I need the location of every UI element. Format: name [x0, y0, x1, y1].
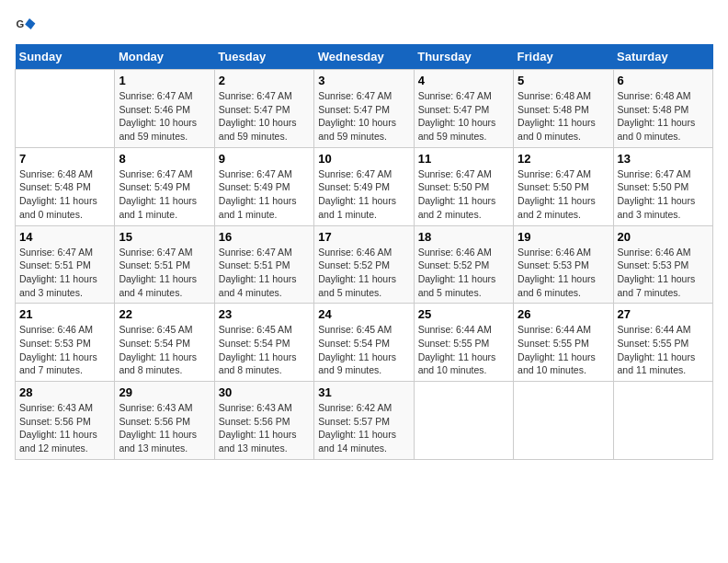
calendar-cell: 19Sunrise: 6:46 AM Sunset: 5:53 PM Dayli… [514, 225, 613, 304]
day-number: 24 [318, 307, 409, 321]
day-number: 4 [418, 74, 509, 87]
calendar-cell: 24Sunrise: 6:45 AM Sunset: 5:54 PM Dayli… [314, 304, 414, 382]
day-info: Sunrise: 6:44 AM Sunset: 5:55 PM Dayligh… [618, 323, 709, 377]
day-number: 2 [219, 74, 310, 87]
day-info: Sunrise: 6:47 AM Sunset: 5:51 PM Dayligh… [119, 246, 210, 300]
day-of-week-header: Wednesday [314, 44, 414, 70]
day-number: 6 [618, 74, 709, 87]
day-info: Sunrise: 6:42 AM Sunset: 5:57 PM Dayligh… [318, 401, 409, 455]
calendar-cell: 2Sunrise: 6:47 AM Sunset: 5:47 PM Daylig… [214, 70, 313, 148]
day-number: 7 [19, 152, 110, 166]
svg-marker-1 [25, 18, 35, 29]
day-info: Sunrise: 6:47 AM Sunset: 5:49 PM Dayligh… [119, 167, 210, 222]
calendar-cell: 27Sunrise: 6:44 AM Sunset: 5:55 PM Dayli… [613, 304, 712, 382]
calendar-cell: 26Sunrise: 6:44 AM Sunset: 5:55 PM Dayli… [514, 304, 613, 382]
day-info: Sunrise: 6:43 AM Sunset: 5:56 PM Dayligh… [119, 401, 210, 455]
day-of-week-header: Monday [115, 44, 214, 70]
calendar-week-row: 7Sunrise: 6:48 AM Sunset: 5:48 PM Daylig… [16, 147, 713, 225]
calendar-cell: 23Sunrise: 6:45 AM Sunset: 5:54 PM Dayli… [214, 304, 313, 382]
calendar-cell [16, 70, 115, 148]
day-info: Sunrise: 6:47 AM Sunset: 5:49 PM Dayligh… [318, 167, 409, 222]
day-of-week-header: Sunday [16, 44, 115, 70]
calendar-cell [414, 382, 513, 460]
logo: G [15, 15, 40, 37]
calendar-cell: 4Sunrise: 6:47 AM Sunset: 5:47 PM Daylig… [414, 70, 513, 148]
calendar-table: SundayMondayTuesdayWednesdayThursdayFrid… [15, 44, 713, 460]
day-number: 13 [618, 152, 709, 166]
calendar-cell: 16Sunrise: 6:47 AM Sunset: 5:51 PM Dayli… [214, 225, 313, 304]
day-number: 30 [219, 385, 310, 399]
day-info: Sunrise: 6:43 AM Sunset: 5:56 PM Dayligh… [19, 401, 110, 455]
calendar-cell: 13Sunrise: 6:47 AM Sunset: 5:50 PM Dayli… [613, 147, 712, 225]
calendar-cell: 10Sunrise: 6:47 AM Sunset: 5:49 PM Dayli… [314, 147, 414, 225]
calendar-week-row: 1Sunrise: 6:47 AM Sunset: 5:46 PM Daylig… [16, 70, 713, 148]
day-number: 15 [119, 230, 210, 244]
day-info: Sunrise: 6:47 AM Sunset: 5:51 PM Dayligh… [19, 246, 110, 300]
day-info: Sunrise: 6:46 AM Sunset: 5:53 PM Dayligh… [19, 323, 110, 377]
day-info: Sunrise: 6:45 AM Sunset: 5:54 PM Dayligh… [219, 323, 310, 377]
calendar-cell: 25Sunrise: 6:44 AM Sunset: 5:55 PM Dayli… [414, 304, 513, 382]
calendar-cell: 22Sunrise: 6:45 AM Sunset: 5:54 PM Dayli… [115, 304, 214, 382]
day-info: Sunrise: 6:47 AM Sunset: 5:51 PM Dayligh… [219, 246, 310, 300]
calendar-cell: 18Sunrise: 6:46 AM Sunset: 5:52 PM Dayli… [414, 225, 513, 304]
day-info: Sunrise: 6:47 AM Sunset: 5:49 PM Dayligh… [219, 167, 310, 222]
calendar-cell: 14Sunrise: 6:47 AM Sunset: 5:51 PM Dayli… [16, 225, 115, 304]
day-number: 20 [618, 230, 709, 244]
day-number: 22 [119, 307, 210, 321]
day-info: Sunrise: 6:47 AM Sunset: 5:50 PM Dayligh… [618, 167, 709, 222]
calendar-cell [613, 382, 712, 460]
calendar-cell: 15Sunrise: 6:47 AM Sunset: 5:51 PM Dayli… [115, 225, 214, 304]
day-number: 1 [119, 74, 210, 87]
calendar-cell: 7Sunrise: 6:48 AM Sunset: 5:48 PM Daylig… [16, 147, 115, 225]
day-number: 3 [318, 74, 409, 87]
page-header: G [15, 15, 713, 37]
day-number: 12 [518, 152, 609, 166]
day-info: Sunrise: 6:48 AM Sunset: 5:48 PM Dayligh… [618, 89, 709, 144]
logo-icon: G [15, 15, 37, 37]
day-of-week-header: Tuesday [214, 44, 313, 70]
day-info: Sunrise: 6:47 AM Sunset: 5:50 PM Dayligh… [418, 167, 509, 222]
calendar-cell: 12Sunrise: 6:47 AM Sunset: 5:50 PM Dayli… [514, 147, 613, 225]
day-number: 17 [318, 230, 409, 244]
day-number: 10 [318, 152, 409, 166]
calendar-cell: 1Sunrise: 6:47 AM Sunset: 5:46 PM Daylig… [115, 70, 214, 148]
day-info: Sunrise: 6:44 AM Sunset: 5:55 PM Dayligh… [518, 323, 609, 377]
day-number: 14 [19, 230, 110, 244]
day-info: Sunrise: 6:47 AM Sunset: 5:47 PM Dayligh… [318, 89, 409, 144]
day-number: 16 [219, 230, 310, 244]
day-number: 25 [418, 307, 509, 321]
day-of-week-header: Friday [514, 44, 613, 70]
day-number: 8 [119, 152, 210, 166]
day-number: 23 [219, 307, 310, 321]
day-info: Sunrise: 6:47 AM Sunset: 5:47 PM Dayligh… [219, 89, 310, 144]
day-number: 5 [518, 74, 609, 87]
day-info: Sunrise: 6:45 AM Sunset: 5:54 PM Dayligh… [119, 323, 210, 377]
day-info: Sunrise: 6:46 AM Sunset: 5:53 PM Dayligh… [618, 246, 709, 300]
day-info: Sunrise: 6:46 AM Sunset: 5:52 PM Dayligh… [418, 246, 509, 300]
calendar-week-row: 14Sunrise: 6:47 AM Sunset: 5:51 PM Dayli… [16, 225, 713, 304]
calendar-week-row: 21Sunrise: 6:46 AM Sunset: 5:53 PM Dayli… [16, 304, 713, 382]
calendar-cell: 6Sunrise: 6:48 AM Sunset: 5:48 PM Daylig… [613, 70, 712, 148]
day-info: Sunrise: 6:44 AM Sunset: 5:55 PM Dayligh… [418, 323, 509, 377]
calendar-week-row: 28Sunrise: 6:43 AM Sunset: 5:56 PM Dayli… [16, 382, 713, 460]
day-number: 27 [618, 307, 709, 321]
day-number: 11 [418, 152, 509, 166]
calendar-cell: 11Sunrise: 6:47 AM Sunset: 5:50 PM Dayli… [414, 147, 513, 225]
calendar-cell: 29Sunrise: 6:43 AM Sunset: 5:56 PM Dayli… [115, 382, 214, 460]
svg-text:G: G [17, 18, 25, 29]
calendar-cell: 31Sunrise: 6:42 AM Sunset: 5:57 PM Dayli… [314, 382, 414, 460]
day-number: 18 [418, 230, 509, 244]
day-number: 21 [19, 307, 110, 321]
day-number: 26 [518, 307, 609, 321]
day-number: 31 [318, 385, 409, 399]
day-of-week-header: Thursday [414, 44, 513, 70]
day-of-week-header: Saturday [613, 44, 712, 70]
calendar-cell: 20Sunrise: 6:46 AM Sunset: 5:53 PM Dayli… [613, 225, 712, 304]
day-info: Sunrise: 6:45 AM Sunset: 5:54 PM Dayligh… [318, 323, 409, 377]
day-info: Sunrise: 6:48 AM Sunset: 5:48 PM Dayligh… [19, 167, 110, 222]
day-info: Sunrise: 6:43 AM Sunset: 5:56 PM Dayligh… [219, 401, 310, 455]
day-info: Sunrise: 6:46 AM Sunset: 5:53 PM Dayligh… [518, 246, 609, 300]
calendar-cell [514, 382, 613, 460]
calendar-cell: 9Sunrise: 6:47 AM Sunset: 5:49 PM Daylig… [214, 147, 313, 225]
day-number: 28 [19, 385, 110, 399]
